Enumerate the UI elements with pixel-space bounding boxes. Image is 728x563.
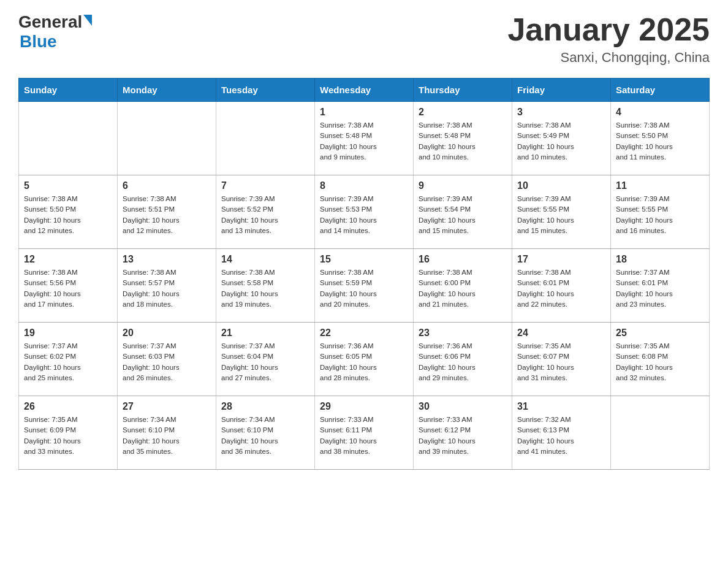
day-info: Sunrise: 7:38 AMSunset: 5:50 PMDaylight:… [24,194,112,236]
calendar-day-header: Monday [118,79,216,102]
day-number: 10 [517,180,605,191]
day-info: Sunrise: 7:39 AMSunset: 5:55 PMDaylight:… [517,194,605,236]
calendar-header-row: SundayMondayTuesdayWednesdayThursdayFrid… [19,79,710,102]
day-number: 4 [616,107,704,118]
calendar-day-header: Saturday [611,79,710,102]
day-number: 22 [320,327,408,339]
day-number: 18 [616,254,704,265]
calendar-day-header: Wednesday [315,79,414,102]
calendar-week-row: 1Sunrise: 7:38 AMSunset: 5:48 PMDaylight… [19,102,710,175]
calendar-day-header: Thursday [414,79,512,102]
logo: General Blue [18,12,92,52]
calendar-cell: 14Sunrise: 7:38 AMSunset: 5:58 PMDayligh… [216,249,315,323]
calendar-day-header: Sunday [19,79,118,102]
calendar-cell: 6Sunrise: 7:38 AMSunset: 5:51 PMDaylight… [118,175,216,249]
day-info: Sunrise: 7:38 AMSunset: 5:48 PMDaylight:… [320,120,408,163]
day-info: Sunrise: 7:38 AMSunset: 6:00 PMDaylight:… [419,267,507,310]
day-info: Sunrise: 7:38 AMSunset: 5:50 PMDaylight:… [616,120,704,163]
calendar-cell: 8Sunrise: 7:39 AMSunset: 5:53 PMDaylight… [315,175,414,249]
day-info: Sunrise: 7:39 AMSunset: 5:54 PMDaylight:… [419,194,507,236]
calendar-cell: 3Sunrise: 7:38 AMSunset: 5:49 PMDaylight… [512,102,611,175]
day-number: 30 [419,401,507,412]
day-number: 3 [517,107,605,118]
day-info: Sunrise: 7:35 AMSunset: 6:07 PMDaylight:… [517,341,605,383]
day-info: Sunrise: 7:38 AMSunset: 5:58 PMDaylight:… [221,267,309,310]
day-number: 2 [419,107,507,118]
day-info: Sunrise: 7:39 AMSunset: 5:55 PMDaylight:… [616,194,704,236]
day-number: 13 [123,254,211,265]
day-number: 24 [517,327,605,339]
calendar-cell: 15Sunrise: 7:38 AMSunset: 5:59 PMDayligh… [315,249,414,323]
calendar-cell: 24Sunrise: 7:35 AMSunset: 6:07 PMDayligh… [512,323,611,396]
day-number: 9 [419,180,507,191]
day-number: 26 [24,401,112,412]
calendar-cell: 28Sunrise: 7:34 AMSunset: 6:10 PMDayligh… [216,396,315,470]
calendar-cell: 25Sunrise: 7:35 AMSunset: 6:08 PMDayligh… [611,323,710,396]
title-block: January 2025 Sanxi, Chongqing, China [507,12,710,66]
calendar-cell: 2Sunrise: 7:38 AMSunset: 5:48 PMDaylight… [414,102,512,175]
day-info: Sunrise: 7:34 AMSunset: 6:10 PMDaylight:… [221,415,309,457]
calendar-cell: 19Sunrise: 7:37 AMSunset: 6:02 PMDayligh… [19,323,118,396]
day-number: 23 [419,327,507,339]
calendar-cell: 22Sunrise: 7:36 AMSunset: 6:05 PMDayligh… [315,323,414,396]
calendar-cell: 12Sunrise: 7:38 AMSunset: 5:56 PMDayligh… [19,249,118,323]
calendar-cell: 26Sunrise: 7:35 AMSunset: 6:09 PMDayligh… [19,396,118,470]
calendar-cell [118,102,216,175]
day-info: Sunrise: 7:39 AMSunset: 5:52 PMDaylight:… [221,194,309,236]
day-number: 16 [419,254,507,265]
day-info: Sunrise: 7:37 AMSunset: 6:01 PMDaylight:… [616,267,704,310]
calendar-day-header: Tuesday [216,79,315,102]
day-info: Sunrise: 7:33 AMSunset: 6:12 PMDaylight:… [419,415,507,457]
day-info: Sunrise: 7:34 AMSunset: 6:10 PMDaylight:… [123,415,211,457]
logo-triangle-icon [83,15,92,26]
day-info: Sunrise: 7:37 AMSunset: 6:04 PMDaylight:… [221,341,309,383]
day-number: 6 [123,180,211,191]
calendar-cell: 5Sunrise: 7:38 AMSunset: 5:50 PMDaylight… [19,175,118,249]
day-number: 25 [616,327,704,339]
month-title: January 2025 [507,12,710,47]
calendar-cell: 21Sunrise: 7:37 AMSunset: 6:04 PMDayligh… [216,323,315,396]
calendar-cell: 30Sunrise: 7:33 AMSunset: 6:12 PMDayligh… [414,396,512,470]
day-info: Sunrise: 7:38 AMSunset: 5:59 PMDaylight:… [320,267,408,310]
day-number: 7 [221,180,309,191]
calendar-cell: 17Sunrise: 7:38 AMSunset: 6:01 PMDayligh… [512,249,611,323]
calendar-week-row: 12Sunrise: 7:38 AMSunset: 5:56 PMDayligh… [19,249,710,323]
calendar-cell: 7Sunrise: 7:39 AMSunset: 5:52 PMDaylight… [216,175,315,249]
calendar-week-row: 5Sunrise: 7:38 AMSunset: 5:50 PMDaylight… [19,175,710,249]
calendar-cell: 29Sunrise: 7:33 AMSunset: 6:11 PMDayligh… [315,396,414,470]
day-info: Sunrise: 7:35 AMSunset: 6:08 PMDaylight:… [616,341,704,383]
day-number: 5 [24,180,112,191]
day-number: 15 [320,254,408,265]
day-info: Sunrise: 7:38 AMSunset: 5:56 PMDaylight:… [24,267,112,310]
calendar-cell [216,102,315,175]
day-info: Sunrise: 7:36 AMSunset: 6:06 PMDaylight:… [419,341,507,383]
day-number: 1 [320,107,408,118]
day-info: Sunrise: 7:38 AMSunset: 6:01 PMDaylight:… [517,267,605,310]
day-number: 20 [123,327,211,339]
calendar-cell: 4Sunrise: 7:38 AMSunset: 5:50 PMDaylight… [611,102,710,175]
calendar-cell: 27Sunrise: 7:34 AMSunset: 6:10 PMDayligh… [118,396,216,470]
day-info: Sunrise: 7:38 AMSunset: 5:48 PMDaylight:… [419,120,507,163]
day-number: 29 [320,401,408,412]
calendar-cell [611,396,710,470]
calendar-cell: 13Sunrise: 7:38 AMSunset: 5:57 PMDayligh… [118,249,216,323]
day-number: 8 [320,180,408,191]
day-number: 27 [123,401,211,412]
page-header: General Blue January 2025 Sanxi, Chongqi… [18,12,710,66]
day-info: Sunrise: 7:38 AMSunset: 5:51 PMDaylight:… [123,194,211,236]
day-number: 11 [616,180,704,191]
calendar-cell: 16Sunrise: 7:38 AMSunset: 6:00 PMDayligh… [414,249,512,323]
day-number: 17 [517,254,605,265]
calendar-table: SundayMondayTuesdayWednesdayThursdayFrid… [18,78,710,470]
day-info: Sunrise: 7:35 AMSunset: 6:09 PMDaylight:… [24,415,112,457]
day-info: Sunrise: 7:33 AMSunset: 6:11 PMDaylight:… [320,415,408,457]
day-number: 21 [221,327,309,339]
day-info: Sunrise: 7:36 AMSunset: 6:05 PMDaylight:… [320,341,408,383]
calendar-cell: 10Sunrise: 7:39 AMSunset: 5:55 PMDayligh… [512,175,611,249]
day-info: Sunrise: 7:37 AMSunset: 6:03 PMDaylight:… [123,341,211,383]
day-info: Sunrise: 7:32 AMSunset: 6:13 PMDaylight:… [517,415,605,457]
calendar-week-row: 26Sunrise: 7:35 AMSunset: 6:09 PMDayligh… [19,396,710,470]
calendar-cell: 9Sunrise: 7:39 AMSunset: 5:54 PMDaylight… [414,175,512,249]
logo-general-text: General [18,12,82,32]
logo-blue-text: Blue [20,32,57,51]
